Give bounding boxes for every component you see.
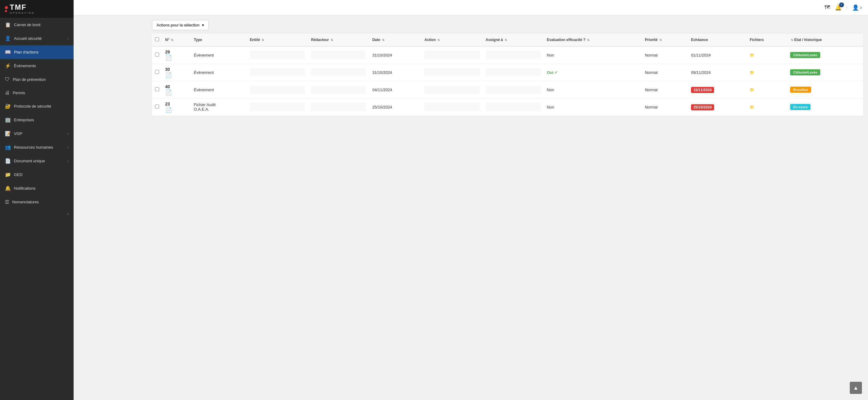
scroll-to-top-button[interactable]: ▲ xyxy=(850,382,862,394)
row-number: 40 xyxy=(165,84,170,89)
sort-date-icon[interactable]: ⇅ xyxy=(382,38,384,42)
table-row: 23 📄 Fichier AuditO.A.E.A. 25/10/2024 No… xyxy=(152,98,863,116)
row-checkbox-1[interactable] xyxy=(155,70,159,74)
sidebar-icon-ged: 📁 xyxy=(5,172,11,177)
pdf-icon[interactable]: 📄 xyxy=(165,72,172,78)
eval-non: Non xyxy=(547,53,554,58)
num-pdf-group: 29 📄 xyxy=(165,49,188,61)
logo-tmf-text: TMF xyxy=(10,4,35,11)
pdf-icon[interactable]: 📄 xyxy=(165,107,172,112)
row-assigne xyxy=(483,81,544,98)
sidebar-item-carnet[interactable]: 📋 Carnet de bord xyxy=(0,18,73,32)
notifications-bell-icon[interactable]: 🔔 7 xyxy=(835,4,841,11)
sidebar-icon-entreprises: 🏢 xyxy=(5,117,11,123)
sidebar: TMF OPERATING 📋 Carnet de bord 👤 Accueil… xyxy=(0,0,73,400)
row-fichiers[interactable]: 📁 xyxy=(747,64,787,81)
sort-num-icon[interactable]: ⇅ xyxy=(171,38,173,42)
sidebar-item-entreprises[interactable]: 🏢 Entreprises xyxy=(0,113,73,127)
pdf-icon[interactable]: 📄 xyxy=(165,55,172,61)
sidebar-label-vgp: VGP xyxy=(14,131,22,136)
sort-etat-icon[interactable]: ⇅ xyxy=(791,38,793,42)
logo-circle-top xyxy=(5,6,8,9)
logo-operating-text: OPERATING xyxy=(10,11,35,14)
row-redacteur xyxy=(308,46,369,64)
row-entite xyxy=(247,81,308,98)
row-etat: Brouillon xyxy=(787,81,863,98)
user-chevron-icon: › xyxy=(860,4,862,11)
actions-table: N° ⇅ Type Entité ⇅ Rédacteur ⇅ Date ⇅ xyxy=(152,34,863,116)
eval-non: Non xyxy=(547,105,554,109)
sidebar-item-vgp[interactable]: 📝 VGP › xyxy=(0,127,73,140)
row-action xyxy=(421,98,483,116)
main-content: Actions pour la sélection ▾ N° ⇅ Type En… xyxy=(147,15,868,400)
echeance-date-red: 25/10/2024 xyxy=(691,104,714,110)
map-icon[interactable]: 🗺 xyxy=(825,4,830,11)
table-row: 40 📄 Évènement 04/11/2024 Non Normal 15/… xyxy=(152,81,863,98)
row-fichiers[interactable]: 📁 xyxy=(747,81,787,98)
row-type: Évènement xyxy=(191,81,247,98)
row-priorite: Normal xyxy=(642,46,688,64)
status-badge: Brouillon xyxy=(790,87,811,93)
row-action xyxy=(421,46,483,64)
row-checkbox-0[interactable] xyxy=(155,53,159,57)
logo-circle-bottom xyxy=(5,10,7,12)
status-badge: Clôturée/Levée xyxy=(790,69,820,75)
row-echeance: 01/11/2024 xyxy=(688,46,747,64)
row-number: 29 xyxy=(165,49,170,55)
row-num-cell: 30 📄 xyxy=(162,64,191,81)
row-number: 23 xyxy=(165,102,170,106)
row-checkbox-cell xyxy=(152,81,162,98)
sidebar-item-notifications[interactable]: 🔔 Notifications xyxy=(0,181,73,195)
sidebar-item-doc[interactable]: 📄 Document unique › xyxy=(0,154,73,168)
actions-selection-button[interactable]: Actions pour la sélection ▾ xyxy=(152,20,209,30)
sort-entite-icon[interactable]: ⇅ xyxy=(261,38,264,42)
row-checkbox-2[interactable] xyxy=(155,87,159,91)
user-menu[interactable]: 👤 › xyxy=(852,4,862,11)
header-type: Type xyxy=(191,34,247,46)
sort-priorite-icon[interactable]: ⇅ xyxy=(659,38,662,42)
sidebar-label-prevention: Plan de prévention xyxy=(13,77,45,82)
sidebar-item-evenements[interactable]: ⚡ Évènements xyxy=(0,59,73,73)
sidebar-label-carnet: Carnet de bord xyxy=(14,23,40,27)
row-checkbox-cell xyxy=(152,64,162,81)
row-checkbox-cell xyxy=(152,46,162,64)
sort-eval-icon[interactable]: ⇅ xyxy=(587,38,589,42)
num-pdf-group: 40 📄 xyxy=(165,84,188,95)
row-etat: Clôturée/Levée xyxy=(787,64,863,81)
sort-redacteur-icon[interactable]: ⇅ xyxy=(331,38,333,42)
sidebar-label-doc: Document unique xyxy=(14,159,45,163)
pdf-icon[interactable]: 📄 xyxy=(165,90,172,95)
entite-empty xyxy=(250,68,305,76)
row-redacteur xyxy=(308,64,369,81)
redacteur-empty xyxy=(311,51,366,59)
sidebar-icon-notifications: 🔔 xyxy=(5,186,11,191)
sidebar-toggle-button[interactable]: ‹ xyxy=(0,209,73,219)
eval-oui: Oui ✓ xyxy=(547,70,558,75)
sidebar-items-container: 📋 Carnet de bord 👤 Accueil sécurité › 📖 … xyxy=(0,18,73,209)
sidebar-logo: TMF OPERATING xyxy=(0,0,73,18)
sidebar-item-ged[interactable]: 📁 GED xyxy=(0,168,73,181)
sidebar-item-accueil[interactable]: 👤 Accueil sécurité › xyxy=(0,32,73,45)
sidebar-icon-carnet: 📋 xyxy=(5,22,11,28)
sidebar-item-protocole[interactable]: 🔐 Protocole de sécurité xyxy=(0,99,73,113)
row-num-cell: 29 📄 xyxy=(162,46,191,64)
sort-assigne-icon[interactable]: ⇅ xyxy=(504,38,507,42)
entite-empty xyxy=(250,51,305,59)
row-num-cell: 40 📄 xyxy=(162,81,191,98)
sort-action-icon[interactable]: ⇅ xyxy=(437,38,440,42)
row-checkbox-3[interactable] xyxy=(155,105,159,108)
select-all-checkbox[interactable] xyxy=(155,37,159,41)
toolbar: Actions pour la sélection ▾ xyxy=(152,20,863,34)
row-fichiers[interactable]: 📁 xyxy=(747,46,787,64)
sidebar-item-nomenclatures[interactable]: ☰ Nomenclatures xyxy=(0,195,73,209)
sidebar-item-prevention[interactable]: 🛡 Plan de prévention xyxy=(0,73,73,86)
sidebar-item-permis[interactable]: 🖨 Permis xyxy=(0,86,73,99)
header-checkbox-cell xyxy=(152,34,162,46)
sidebar-item-rh[interactable]: 👥 Ressources humaines › xyxy=(0,140,73,154)
sidebar-item-plan[interactable]: 📖 Plan d'actions xyxy=(0,45,73,59)
row-redacteur xyxy=(308,98,369,116)
row-number: 30 xyxy=(165,67,170,72)
row-fichiers[interactable]: 📁 xyxy=(747,98,787,116)
sidebar-icon-rh: 👥 xyxy=(5,144,11,150)
actions-button-label: Actions pour la sélection xyxy=(157,23,199,27)
